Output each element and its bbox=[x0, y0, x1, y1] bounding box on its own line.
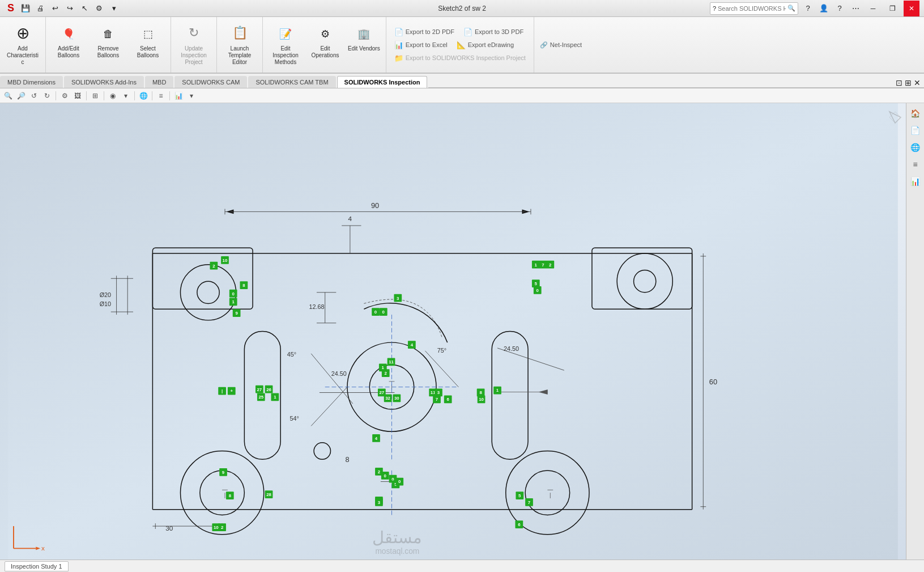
update-inspection-button[interactable]: ↻ Update Inspection Project bbox=[174, 19, 213, 68]
svg-text:32: 32 bbox=[385, 396, 390, 401]
view-rotate-ccw[interactable]: ↺ bbox=[28, 90, 40, 101]
svg-text:2: 2 bbox=[378, 469, 381, 474]
view-extra[interactable]: ▾ bbox=[186, 90, 197, 101]
secondary-toolbar: 🔍 🔎 ↺ ↻ ⚙ 🖼 ⊞ ◉ ▾ 🌐 ≡ 📊 ▾ bbox=[0, 88, 924, 103]
export-solidworks-label: Export to SOLIDWORKS Inspection Project bbox=[406, 54, 526, 61]
svg-text:30: 30 bbox=[394, 396, 399, 401]
export-excel-button[interactable]: 📊 Export to Excel bbox=[392, 40, 450, 50]
view-zoom-btn[interactable]: 🔍 bbox=[2, 90, 14, 101]
help-search-box[interactable]: ? 🔍 bbox=[710, 2, 798, 15]
export-solidworks-button: 📁 Export to SOLIDWORKS Inspection Projec… bbox=[392, 53, 528, 63]
add-characteristic-icon: ⊕ bbox=[11, 22, 34, 44]
restore-btn[interactable]: ❐ bbox=[884, 1, 900, 16]
undo-btn[interactable]: ↩ bbox=[49, 2, 61, 15]
edit-vendors-button[interactable]: 🏢 Edit Vendors bbox=[346, 22, 382, 54]
export-2d-label: Export to 2D PDF bbox=[406, 28, 454, 35]
tab-mbd[interactable]: MBD bbox=[145, 76, 173, 88]
svg-text:+: + bbox=[230, 388, 233, 393]
export-excel-label: Export to Excel bbox=[406, 41, 448, 48]
svg-text:0: 0 bbox=[384, 473, 387, 478]
export-3d-pdf-button[interactable]: 📄 Export to 3D PDF bbox=[461, 27, 526, 37]
dots-btn[interactable]: ⋯ bbox=[849, 2, 862, 15]
search-icon[interactable]: 🔍 bbox=[787, 5, 795, 12]
launch-template-button[interactable]: 📋 Launch Template Editor bbox=[220, 19, 259, 68]
select-balloons-button[interactable]: ⬚ Select Balloons bbox=[129, 22, 167, 61]
svg-text:x: x bbox=[41, 544, 45, 552]
restore-tab-icon[interactable]: ⊡ bbox=[896, 78, 902, 87]
corner-indicator bbox=[887, 109, 904, 127]
svg-text:27: 27 bbox=[257, 387, 262, 392]
save-btn[interactable]: 💾 bbox=[19, 2, 32, 15]
svg-text:1: 1 bbox=[496, 388, 499, 393]
tools-btn[interactable]: ⚙ bbox=[93, 2, 105, 15]
svg-text:1: 1 bbox=[274, 395, 276, 400]
svg-text:مستقل: مستقل bbox=[372, 528, 422, 546]
view-3d[interactable]: 🌐 bbox=[138, 90, 149, 101]
print-btn[interactable]: 🖨 bbox=[34, 2, 46, 15]
view-frame[interactable]: 🖼 bbox=[72, 90, 83, 101]
svg-text:27: 27 bbox=[379, 390, 384, 395]
separator-2 bbox=[86, 91, 87, 100]
svg-text:60: 60 bbox=[709, 378, 717, 386]
edit-operations-button[interactable]: ⚙ Edit Operations bbox=[306, 22, 344, 61]
template-editor-group: 📋 Launch Template Editor bbox=[217, 17, 263, 73]
options-btn[interactable]: ? bbox=[833, 2, 846, 15]
svg-text:mostaql.com: mostaql.com bbox=[375, 547, 419, 556]
svg-text:5: 5 bbox=[518, 493, 521, 498]
net-inspect-button[interactable]: 🔗 Net-Inspect bbox=[540, 41, 582, 49]
svg-text:5: 5 bbox=[535, 281, 538, 286]
status-tab-inspection[interactable]: Inspection Study 1 bbox=[5, 561, 69, 571]
tab-solidworks-inspection[interactable]: SOLIDWORKS Inspection bbox=[337, 76, 428, 88]
add-characteristic-button[interactable]: ⊕ Add Characteristic bbox=[3, 19, 42, 68]
help-search-input[interactable] bbox=[718, 5, 786, 12]
help-btn[interactable]: ? bbox=[802, 2, 814, 15]
export-edrawing-button[interactable]: 📐 Export eDrawing bbox=[454, 40, 516, 50]
edit-inspection-methods-button[interactable]: 📝 Edit Inspection Methods bbox=[266, 22, 305, 68]
view-chart[interactable]: 📊 bbox=[173, 90, 184, 101]
svg-text:4: 4 bbox=[411, 342, 414, 348]
view-settings[interactable]: ⚙ bbox=[59, 90, 70, 101]
svg-text:Ø20: Ø20 bbox=[100, 291, 111, 298]
close-panel-icon[interactable]: ✕ bbox=[914, 78, 921, 87]
redo-btn[interactable]: ↪ bbox=[63, 2, 76, 15]
edit-operations-label: Edit Operations bbox=[308, 45, 342, 59]
view-grid[interactable]: ⊞ bbox=[90, 90, 101, 101]
sidebar-chart-icon[interactable]: 📊 bbox=[908, 173, 923, 189]
svg-text:45°: 45° bbox=[287, 351, 296, 358]
sidebar-page-icon[interactable]: 📄 bbox=[908, 122, 923, 138]
sidebar-table-icon[interactable]: ≡ bbox=[908, 156, 923, 172]
view-fit-btn[interactable]: 🔎 bbox=[15, 90, 27, 101]
minimize-btn[interactable]: ─ bbox=[865, 1, 881, 16]
view-rotate-cw[interactable]: ↻ bbox=[41, 90, 53, 101]
remove-balloons-button[interactable]: 🗑 Remove Balloons bbox=[89, 22, 127, 61]
drawing-canvas[interactable]: 90 Ø20 Ø10 60 30 4 12.68 45° 54° 24.50 2… bbox=[0, 103, 906, 560]
user-btn[interactable]: 👤 bbox=[817, 2, 830, 15]
svg-text:2: 2 bbox=[221, 525, 224, 530]
svg-text:0: 0 bbox=[536, 288, 539, 293]
svg-text:54°: 54° bbox=[290, 415, 299, 422]
export-2d-pdf-button[interactable]: 📄 Export to 2D PDF bbox=[392, 27, 457, 37]
export-excel-icon: 📊 bbox=[394, 41, 403, 49]
svg-text:1: 1 bbox=[232, 299, 235, 304]
svg-text:7: 7 bbox=[542, 262, 544, 268]
svg-text:7: 7 bbox=[528, 500, 531, 505]
add-edit-balloons-button[interactable]: 🎈 Add/Edit Balloons bbox=[49, 22, 88, 61]
close-btn[interactable]: ✕ bbox=[904, 1, 919, 16]
view-mode-1[interactable]: ◉ bbox=[107, 90, 118, 101]
svg-text:24.50: 24.50 bbox=[331, 370, 347, 377]
tab-solidworks-cam[interactable]: SOLIDWORKS CAM bbox=[174, 76, 247, 88]
customize-btn[interactable]: ▾ bbox=[108, 2, 120, 15]
tab-solidworks-addins[interactable]: SOLIDWORKS Add-Ins bbox=[64, 76, 144, 88]
float-tab-icon[interactable]: ⊞ bbox=[905, 78, 912, 87]
tab-solidworks-cam-tbm[interactable]: SOLIDWORKS CAM TBM bbox=[248, 76, 335, 88]
launch-template-label: Launch Template Editor bbox=[223, 45, 257, 66]
sidebar-globe-icon[interactable]: 🌐 bbox=[908, 139, 923, 155]
view-mode-2[interactable]: ▾ bbox=[120, 90, 131, 101]
view-table[interactable]: ≡ bbox=[155, 90, 167, 101]
svg-text:|: | bbox=[222, 388, 223, 393]
sw-logo[interactable]: S bbox=[5, 2, 17, 15]
cursor-btn[interactable]: ↖ bbox=[78, 2, 91, 15]
tab-mbd-dimensions[interactable]: MBD Dimensions bbox=[0, 76, 63, 88]
sidebar-home-icon[interactable]: 🏠 bbox=[908, 105, 923, 121]
launch-template-icon: 📋 bbox=[228, 22, 251, 44]
